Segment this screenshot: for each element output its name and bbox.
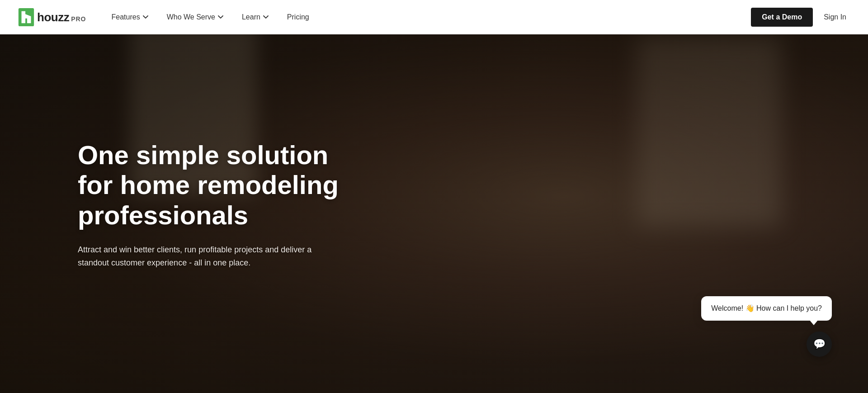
nav-item-features[interactable]: Features bbox=[104, 9, 156, 25]
nav-label-learn: Learn bbox=[242, 13, 260, 21]
nav-item-who-we-serve[interactable]: Who We Serve bbox=[160, 9, 231, 25]
chevron-down-icon-learn bbox=[263, 14, 269, 20]
hero-section: One simple solution for home remodeling … bbox=[0, 0, 868, 393]
hero-title: One simple solution for home remodeling … bbox=[78, 140, 367, 231]
houzz-logo-icon bbox=[18, 8, 34, 26]
chat-welcome-bubble: Welcome! 👋 How can I help you? bbox=[701, 296, 832, 321]
chat-welcome-text: Welcome! 👋 How can I help you? bbox=[711, 304, 822, 312]
nav-label-who-we-serve: Who We Serve bbox=[167, 13, 215, 21]
logo-text: houzz PRO bbox=[37, 10, 86, 24]
chevron-down-icon-who-we-serve bbox=[217, 14, 224, 20]
logo-link[interactable]: houzz PRO bbox=[18, 8, 86, 26]
nav-label-features: Features bbox=[112, 13, 140, 21]
logo-pro-label: PRO bbox=[71, 15, 86, 23]
nav-item-pricing[interactable]: Pricing bbox=[280, 9, 316, 25]
nav-right: Get a Demo Sign In bbox=[751, 8, 850, 27]
get-demo-button[interactable]: Get a Demo bbox=[751, 8, 813, 27]
nav-links: Features Who We Serve Learn Pricing bbox=[104, 9, 751, 25]
hero-content: One simple solution for home remodeling … bbox=[0, 34, 868, 393]
hero-subtitle: Attract and win better clients, run prof… bbox=[78, 243, 313, 270]
chat-icon: 💬 bbox=[813, 338, 826, 350]
nav-label-pricing: Pricing bbox=[287, 13, 309, 21]
chat-open-button[interactable]: 💬 bbox=[807, 331, 832, 357]
chevron-down-icon-features bbox=[142, 14, 149, 20]
navbar: houzz PRO Features Who We Serve Learn Pr… bbox=[0, 0, 868, 34]
sign-in-link[interactable]: Sign In bbox=[820, 9, 850, 25]
logo-houzz-label: houzz bbox=[37, 10, 69, 24]
nav-item-learn[interactable]: Learn bbox=[235, 9, 276, 25]
